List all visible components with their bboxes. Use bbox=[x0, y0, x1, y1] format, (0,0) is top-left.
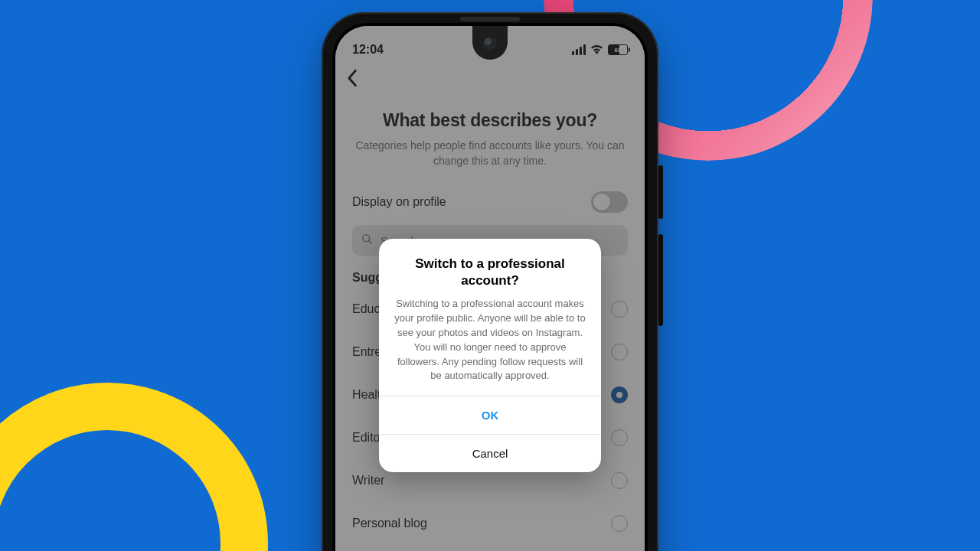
phone-screen: 12:04 60 What best describes you bbox=[335, 26, 645, 551]
phone-frame: 12:04 60 What best describes you bbox=[322, 12, 658, 551]
switch-account-dialog: Switch to a professional account? Switch… bbox=[379, 239, 601, 472]
decorative-ring-yellow bbox=[0, 383, 268, 551]
dialog-title: Switch to a professional account? bbox=[394, 256, 586, 289]
phone-speaker bbox=[460, 17, 520, 21]
dialog-body-text: Switching to a professional account make… bbox=[394, 297, 586, 383]
dialog-ok-button[interactable]: OK bbox=[379, 396, 601, 434]
dialog-cancel-button[interactable]: Cancel bbox=[379, 434, 601, 472]
